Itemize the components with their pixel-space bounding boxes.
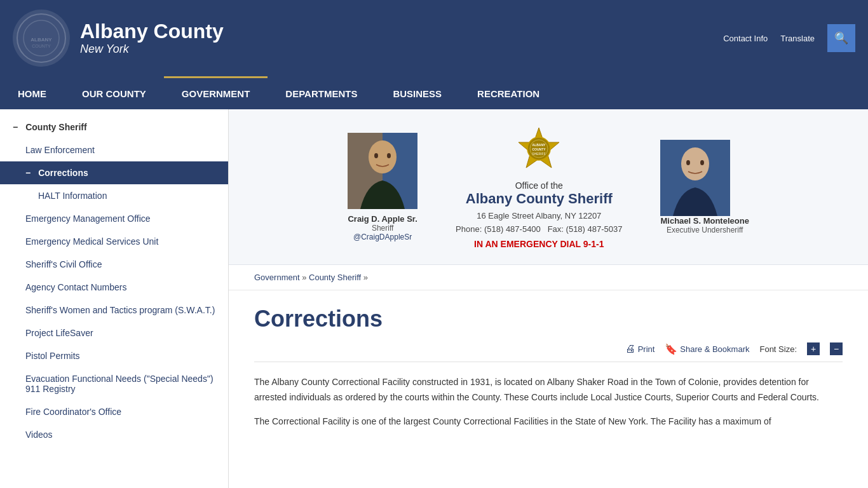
sidebar-item-evacuation[interactable]: Evacuation Functional Needs ("Special Ne…	[0, 367, 228, 400]
site-title: Albany County	[80, 20, 224, 43]
main-navigation: HOME OUR COUNTY GOVERNMENT DEPARTMENTS B…	[0, 76, 868, 109]
page-layout: − County Sheriff Law Enforcement − Corre…	[0, 109, 868, 488]
nav-business[interactable]: BUSINESS	[375, 76, 459, 109]
sidebar-item-law-enforcement[interactable]: Law Enforcement	[0, 139, 228, 161]
page-title: Corrections	[254, 306, 843, 332]
sheriff-office-info: ALBANY COUNTY SHERIFF Office of the Alba…	[456, 125, 622, 249]
undersheriff-name: Michael S. Monteleone	[660, 216, 749, 226]
svg-point-17	[681, 147, 709, 180]
svg-point-9	[387, 153, 391, 158]
svg-point-19	[700, 160, 704, 165]
site-subtitle: New York	[80, 43, 129, 55]
nav-home[interactable]: HOME	[0, 76, 64, 109]
breadcrumb-government[interactable]: Government	[254, 273, 300, 282]
sidebar-item-halt[interactable]: HALT Information	[0, 184, 228, 207]
sheriff-photo	[348, 133, 417, 209]
svg-point-18	[686, 160, 690, 165]
undersheriff-title: Executive Undersheriff	[660, 226, 749, 234]
search-button[interactable]: 🔍	[827, 24, 855, 52]
content-paragraph-1: The Albany County Correctional Facility …	[254, 375, 843, 405]
print-icon: 🖨	[625, 343, 635, 355]
sidebar-item-civil-office[interactable]: Sheriff's Civil Office	[0, 253, 228, 276]
sidebar: − County Sheriff Law Enforcement − Corre…	[0, 109, 229, 488]
nav-departments[interactable]: DEPARTMENTS	[268, 76, 375, 109]
font-size-label: Font Size:	[759, 344, 797, 354]
logo-text: Albany County New York	[80, 20, 224, 56]
office-street: 16 Eagle Street Albany, NY 12207	[477, 211, 601, 220]
active-dash-icon: −	[25, 168, 31, 178]
content-text: The Albany County Correctional Facility …	[254, 375, 843, 429]
office-phone-fax: Phone: (518) 487-5400 Fax: (518) 487-503…	[456, 224, 622, 234]
sheriff-name: Craig D. Apple Sr.	[348, 214, 417, 224]
emergency-text: IN AN EMERGENCY DIAL 9-1-1	[456, 239, 622, 249]
sidebar-parent-label: County Sheriff	[25, 122, 86, 132]
breadcrumb-sep1: »	[302, 273, 309, 282]
share-icon: 🔖	[665, 343, 677, 355]
site-header: ALBANY COUNTY Albany County New York Con…	[0, 0, 868, 109]
office-name: Albany County Sheriff	[456, 191, 622, 207]
breadcrumb-county-sheriff[interactable]: County Sheriff	[309, 273, 361, 282]
sheriff-banner: Craig D. Apple Sr. Sheriff @CraigDAppleS…	[229, 109, 868, 265]
sidebar-item-pistol-permits[interactable]: Pistol Permits	[0, 344, 228, 367]
svg-text:ALBANY: ALBANY	[532, 143, 546, 147]
undersheriff-photo	[660, 140, 730, 216]
font-increase-button[interactable]: +	[807, 342, 820, 355]
header-actions: Contact Info Translate 🔍	[723, 24, 855, 52]
font-decrease-button[interactable]: −	[830, 342, 843, 355]
dash-icon: −	[13, 122, 18, 132]
sidebar-item-lifesaver[interactable]: Project LifeSaver	[0, 322, 228, 344]
county-seal: ALBANY COUNTY	[13, 10, 70, 67]
print-link[interactable]: 🖨 Print	[625, 343, 655, 355]
sidebar-item-agency-contacts[interactable]: Agency Contact Numbers	[0, 276, 228, 299]
contact-info-link[interactable]: Contact Info	[723, 34, 768, 43]
sidebar-item-corrections[interactable]: − Corrections	[0, 161, 228, 184]
svg-text:ALBANY: ALBANY	[31, 37, 52, 43]
sidebar-parent-county-sheriff[interactable]: − County Sheriff	[0, 116, 228, 139]
nav-government[interactable]: GOVERNMENT	[164, 76, 268, 109]
svg-point-8	[374, 153, 378, 158]
office-fax: Fax: (518) 487-5037	[548, 224, 623, 234]
sidebar-item-corrections-label: Corrections	[38, 168, 88, 178]
logo-area: ALBANY COUNTY Albany County New York	[13, 10, 224, 67]
translate-link[interactable]: Translate	[780, 34, 815, 43]
sheriff-person: Craig D. Apple Sr. Sheriff @CraigDAppleS…	[348, 133, 417, 241]
office-address: 16 Eagle Street Albany, NY 12207	[456, 211, 622, 220]
sidebar-item-swat[interactable]: Sheriff's Women and Tactics program (S.W…	[0, 299, 228, 322]
content-paragraph-2: The Correctional Facility is one of the …	[254, 414, 843, 430]
nav-our-county[interactable]: OUR COUNTY	[64, 76, 164, 109]
undersheriff-person: Michael S. Monteleone Executive Undershe…	[660, 140, 749, 234]
svg-point-7	[369, 140, 397, 173]
sidebar-item-fire-coordinator[interactable]: Fire Coordinator's Office	[0, 400, 228, 423]
sidebar-item-videos[interactable]: Videos	[0, 423, 228, 446]
office-label: Office of the	[456, 180, 622, 191]
breadcrumb-sep2: »	[363, 273, 368, 282]
content-area: Corrections 🖨 Print 🔖 Share & Bookmark F…	[229, 290, 868, 453]
main-content: Craig D. Apple Sr. Sheriff @CraigDAppleS…	[229, 109, 868, 488]
search-icon: 🔍	[834, 31, 848, 45]
print-label: Print	[638, 344, 655, 354]
office-phone: Phone: (518) 487-5400	[456, 224, 541, 234]
share-label: Share & Bookmark	[680, 344, 749, 354]
sidebar-item-ems[interactable]: Emergency Medical Services Unit	[0, 230, 228, 253]
svg-text:COUNTY: COUNTY	[32, 44, 51, 48]
sheriff-badge: ALBANY COUNTY SHERIFF	[513, 125, 564, 175]
breadcrumb: Government » County Sheriff »	[229, 265, 868, 290]
content-toolbar: 🖨 Print 🔖 Share & Bookmark Font Size: + …	[254, 342, 843, 362]
sidebar-item-emergency-mgmt[interactable]: Emergency Management Office	[0, 207, 228, 230]
share-bookmark-link[interactable]: 🔖 Share & Bookmark	[665, 343, 749, 355]
nav-recreation[interactable]: RECREATION	[459, 76, 557, 109]
sheriff-title: Sheriff	[348, 224, 417, 233]
sheriff-social: @CraigDAppleSr	[348, 233, 417, 241]
svg-text:SHERIFF: SHERIFF	[532, 152, 546, 156]
svg-text:COUNTY: COUNTY	[532, 147, 546, 151]
